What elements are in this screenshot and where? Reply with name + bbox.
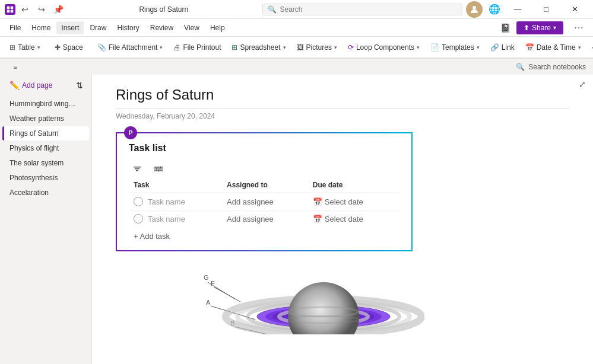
window-controls: — □ ✕ (504, 0, 588, 19)
task-checkbox-1[interactable] (134, 197, 143, 206)
search-bar[interactable]: 🔍 (262, 4, 463, 15)
sidebar-item-physics[interactable]: Physics of flight (2, 141, 89, 155)
sidebar-item-weather[interactable]: Weather patterns (2, 111, 89, 126)
loop-badge: P (124, 126, 137, 139)
file-printout-button[interactable]: 🖨 File Printout (169, 41, 226, 54)
spreadsheet-button[interactable]: ⊞ Spreadsheet ▾ (227, 41, 290, 54)
minimize-button[interactable]: — (504, 0, 531, 19)
templates-icon: 📄 (430, 43, 439, 52)
saturn-illustration: G F A B C D (116, 263, 569, 334)
task-row-2: Task name Add assignee 📅 Select date (129, 210, 399, 228)
spreadsheet-icon: ⊞ (232, 43, 237, 52)
section-bar: ≡ 🔍 Search notebooks (0, 58, 593, 75)
file-attachment-button[interactable]: 📎 File Attachment ▾ (93, 41, 168, 54)
file-printout-icon: 🖨 (173, 43, 180, 52)
menu-file[interactable]: File (5, 21, 26, 34)
pin-button[interactable]: 📌 (51, 2, 65, 17)
file-attachment-icon: 📎 (97, 43, 106, 52)
date-time-button[interactable]: 📅 Date & Time ▾ (521, 41, 586, 54)
add-page-button[interactable]: ✏️ Add page (5, 78, 57, 92)
file-attachment-label: File Attachment (109, 43, 158, 52)
window-title: Rings of Saturn (69, 5, 259, 14)
notebook-search-label: Search notebooks (528, 63, 586, 71)
file-printout-label: File Printout (183, 43, 221, 52)
sort-button[interactable] (129, 161, 145, 177)
app-icon (5, 4, 15, 15)
pictures-icon: 🖼 (297, 43, 304, 52)
templates-arrow: ▾ (477, 44, 480, 50)
task-name-2[interactable]: Task name (148, 215, 185, 223)
page-list: Hummingbird wing… Weather patterns Rings… (0, 96, 91, 364)
date-time-arrow: ▾ (578, 44, 581, 50)
undo-button[interactable]: ↩ (18, 2, 32, 17)
templates-label: Templates (442, 43, 474, 52)
calendar-icon: 📅 (525, 43, 534, 52)
menu-home[interactable]: Home (27, 21, 55, 34)
svg-line-17 (214, 287, 240, 302)
share-label: Share (532, 24, 551, 32)
file-attachment-arrow: ▾ (160, 44, 163, 50)
more-tools-button[interactable]: ··· (587, 41, 593, 54)
search-input[interactable] (280, 5, 458, 14)
task-name-cell-2[interactable]: Task name (129, 210, 222, 228)
share-arrow: ▾ (553, 24, 556, 31)
menu-draw[interactable]: Draw (85, 21, 111, 34)
task-checkbox-2[interactable] (134, 214, 143, 223)
menu-help[interactable]: Help (205, 21, 230, 34)
space-icon: ✚ (55, 43, 61, 52)
date-time-label: Date & Time (537, 43, 576, 52)
filter-button[interactable] (150, 161, 167, 177)
share-icon: ⬆ (524, 24, 529, 32)
menu-review[interactable]: Review (145, 21, 178, 34)
share-button[interactable]: ⬆ Share ▾ (516, 21, 563, 34)
col-assigned: Assigned to (222, 177, 308, 193)
notebook-view-button[interactable]: 📓 (499, 21, 513, 35)
calendar-icon-2: 📅 (313, 215, 322, 223)
templates-button[interactable]: 📄 Templates ▾ (426, 41, 484, 54)
task-date-2[interactable]: 📅 Select date (308, 210, 399, 228)
redo-button[interactable]: ↪ (34, 2, 49, 17)
sidebar-item-solar[interactable]: The solar system (2, 156, 89, 170)
add-task-button[interactable]: + Add task (129, 227, 399, 241)
loop-components-label: Loop Components (356, 43, 414, 52)
notebook-search[interactable]: 🔍 Search notebooks (516, 63, 586, 71)
link-button[interactable]: 🔗 Link (486, 41, 519, 54)
expand-button[interactable]: ⤢ (579, 79, 586, 89)
pictures-button[interactable]: 🖼 Pictures ▾ (292, 41, 342, 54)
menu-history[interactable]: History (112, 21, 144, 34)
onenote-icon-button[interactable]: 🌐 (487, 2, 502, 17)
table-button[interactable]: ⊞ Table ▾ (5, 41, 45, 54)
sidebar-item-rings[interactable]: Rings of Saturn (2, 126, 89, 141)
task-assignee-1[interactable]: Add assignee (222, 193, 308, 210)
svg-text:F: F (211, 280, 215, 287)
sidebar-item-hummingbird[interactable]: Hummingbird wing… (2, 97, 89, 111)
task-row-1: Task name Add assignee 📅 Select date (129, 193, 399, 210)
task-name-1[interactable]: Task name (148, 197, 185, 206)
sidebar-item-photosynthesis[interactable]: Photosynthesis (2, 171, 89, 185)
pictures-label: Pictures (306, 43, 332, 52)
saturn-svg: G F A B C D (116, 263, 424, 334)
sidebar-item-accelaration[interactable]: Accelaration (2, 186, 89, 200)
hamburger-icon[interactable]: ≡ (7, 63, 24, 71)
svg-point-0 (473, 6, 476, 9)
spreadsheet-label: Spreadsheet (240, 43, 280, 52)
task-list-title: Task list (129, 143, 166, 154)
avatar[interactable] (466, 1, 483, 18)
maximize-button[interactable]: □ (532, 0, 560, 19)
more-options-button[interactable]: ⋯ (569, 20, 588, 36)
toolbar: ⊞ Table ▾ ✚ Space 📎 File Attachment ▾ 🖨 … (0, 37, 593, 58)
menu-view[interactable]: View (179, 21, 204, 34)
svg-point-3 (158, 170, 160, 172)
loop-icon: ⟳ (348, 43, 354, 52)
table-label: Table (18, 43, 35, 52)
title-bar: ↩ ↪ 📌 Rings of Saturn 🔍 🌐 — □ ✕ (0, 0, 593, 19)
task-assignee-2[interactable]: Add assignee (222, 210, 308, 228)
task-date-1[interactable]: 📅 Select date (308, 193, 399, 210)
add-task-label: + Add task (134, 232, 170, 241)
menu-insert[interactable]: Insert (56, 21, 84, 34)
task-name-cell-1[interactable]: Task name (129, 193, 222, 210)
close-button[interactable]: ✕ (561, 0, 588, 19)
space-button[interactable]: ✚ Space (50, 41, 88, 54)
sort-pages-button[interactable]: ⇅ (72, 78, 87, 92)
loop-components-button[interactable]: ⟳ Loop Components ▾ (343, 41, 424, 54)
